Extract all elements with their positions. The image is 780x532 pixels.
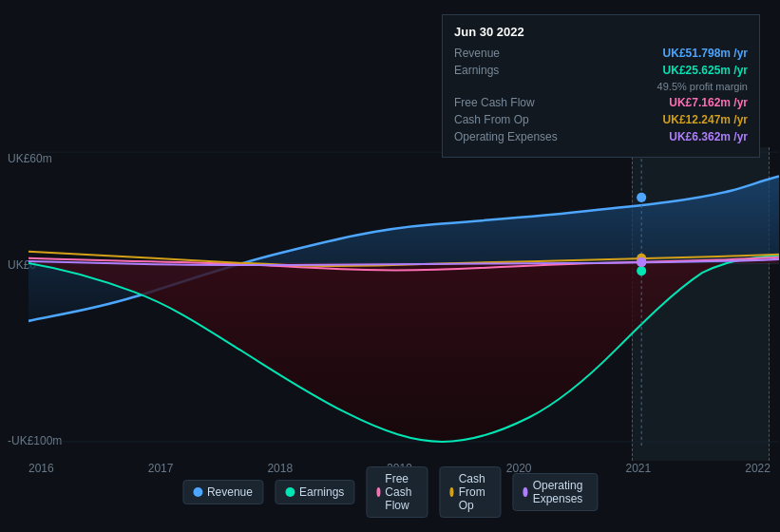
legend-item-revenue[interactable]: Revenue [182, 480, 263, 504]
tooltip-value-earnings: UK£25.625m /yr [663, 64, 748, 77]
legend-label-fcf: Free Cash Flow [385, 472, 417, 512]
tooltip-margin: 49.5% profit margin [454, 81, 748, 92]
tooltip-value-revenue: UK£51.798m /yr [663, 47, 748, 60]
tooltip-label-fcf: Free Cash Flow [454, 96, 535, 109]
legend-dot-earnings [285, 487, 295, 497]
tooltip: Jun 30 2022 Revenue UK£51.798m /yr Earni… [442, 14, 760, 158]
tooltip-row-fcf: Free Cash Flow UK£7.162m /yr [454, 96, 748, 109]
legend-item-fcf[interactable]: Free Cash Flow [366, 466, 428, 518]
legend-dot-fcf [376, 487, 380, 497]
tooltip-value-cashfromop: UK£12.247m /yr [663, 113, 748, 126]
tooltip-row-cashfromop: Cash From Op UK£12.247m /yr [454, 113, 748, 126]
chart-container: Jun 30 2022 Revenue UK£51.798m /yr Earni… [0, 0, 780, 532]
tooltip-value-fcf: UK£7.162m /yr [669, 96, 748, 109]
tooltip-label-cashfromop: Cash From Op [454, 113, 529, 126]
legend-dot-opex [523, 487, 527, 497]
tooltip-row-earnings: Earnings UK£25.625m /yr [454, 64, 748, 77]
legend-dot-revenue [193, 487, 202, 497]
x-label-2022: 2022 [745, 462, 770, 475]
svg-point-5 [637, 266, 646, 276]
legend-item-earnings[interactable]: Earnings [275, 480, 354, 504]
tooltip-date: Jun 30 2022 [454, 25, 748, 39]
svg-point-4 [637, 193, 646, 202]
legend-label-opex: Operating Expenses [533, 479, 587, 505]
tooltip-value-opex: UK£6.362m /yr [669, 130, 748, 143]
tooltip-label-earnings: Earnings [454, 64, 499, 77]
svg-point-8 [637, 257, 646, 267]
legend-item-opex[interactable]: Operating Expenses [512, 473, 598, 511]
x-label-2016: 2016 [29, 462, 54, 475]
tooltip-row-opex: Operating Expenses UK£6.362m /yr [454, 130, 748, 143]
tooltip-label-opex: Operating Expenses [454, 130, 558, 143]
legend: Revenue Earnings Free Cash Flow Cash Fro… [182, 466, 598, 518]
chart-svg [29, 147, 779, 446]
x-label-2017: 2017 [148, 462, 174, 475]
legend-item-cashfromop[interactable]: Cash From Op [439, 466, 501, 518]
legend-dot-cashfromop [449, 487, 453, 497]
legend-label-revenue: Revenue [207, 485, 253, 499]
legend-label-earnings: Earnings [299, 485, 344, 499]
tooltip-row-revenue: Revenue UK£51.798m /yr [454, 47, 748, 60]
x-label-2021: 2021 [626, 462, 652, 475]
legend-label-cashfromop: Cash From Op [459, 472, 491, 512]
tooltip-label-revenue: Revenue [454, 47, 500, 60]
